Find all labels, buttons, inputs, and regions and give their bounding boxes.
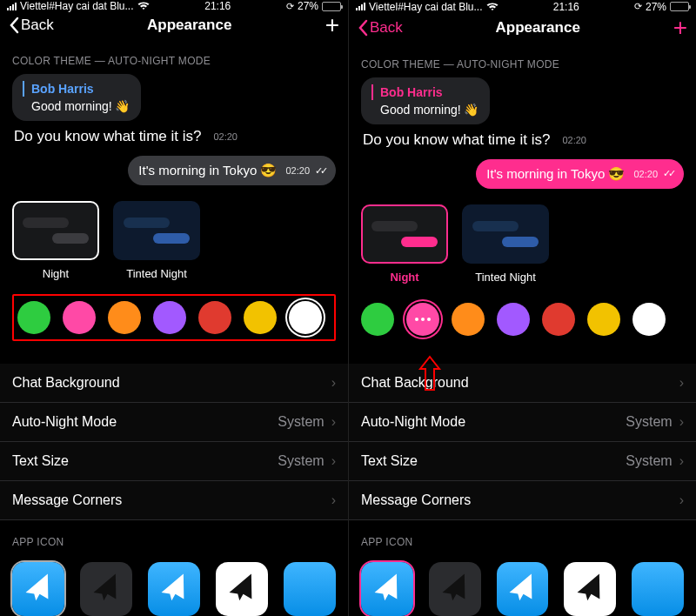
chevron-right-icon: › bbox=[331, 492, 336, 508]
screen-right: Viettel#Hay cai dat Blu... 21:16 ⟳ 27% B… bbox=[348, 0, 696, 616]
orientation-lock-icon: ⟳ bbox=[286, 1, 294, 12]
swatch-purple[interactable] bbox=[153, 301, 186, 334]
swatch-yellow[interactable] bbox=[587, 303, 620, 336]
swatch-area bbox=[349, 289, 696, 357]
orientation-lock-icon: ⟳ bbox=[634, 1, 642, 12]
question-time: 02:20 bbox=[213, 131, 238, 142]
swatch-white[interactable] bbox=[289, 301, 322, 334]
chevron-right-icon: › bbox=[331, 453, 336, 469]
swatch-red[interactable] bbox=[198, 301, 231, 334]
battery-pct: 27% bbox=[646, 1, 666, 13]
read-checks-icon: ✓✓ bbox=[663, 168, 673, 179]
chevron-left-icon bbox=[9, 17, 19, 34]
swatch-green[interactable] bbox=[17, 301, 50, 334]
app-icon-4[interactable] bbox=[564, 562, 616, 616]
carrier-text: Viettel#Hay cai dat Blu... bbox=[20, 0, 134, 12]
chat-preview: Bob Harris Good morning! 👋 Do you know w… bbox=[0, 74, 348, 185]
chevron-right-icon: › bbox=[679, 414, 684, 430]
app-icon-4[interactable] bbox=[216, 562, 268, 616]
app-icon-row bbox=[349, 555, 696, 616]
theme-tinted-label: Tinted Night bbox=[462, 271, 549, 284]
reply-time: 02:20 bbox=[633, 169, 658, 179]
theme-cards: Night Tinted Night bbox=[349, 189, 696, 289]
signal-icon bbox=[356, 3, 365, 10]
cell-auto-night[interactable]: Auto-Night Mode System› bbox=[349, 403, 696, 442]
swatch-red[interactable] bbox=[542, 303, 575, 336]
reply-time: 02:20 bbox=[285, 165, 310, 176]
chevron-right-icon: › bbox=[679, 492, 684, 508]
wifi-icon bbox=[137, 2, 150, 10]
page-title: Appearance bbox=[496, 19, 580, 37]
swatch-purple[interactable] bbox=[497, 303, 530, 336]
app-icon-2[interactable] bbox=[429, 562, 481, 616]
chat-preview: Bob Harris Good morning! 👋 Do you know w… bbox=[349, 77, 696, 189]
wifi-icon bbox=[486, 3, 499, 11]
app-icon-1[interactable] bbox=[361, 562, 413, 616]
chevron-left-icon bbox=[358, 19, 368, 37]
greeting-text: Good morning! 👋 bbox=[23, 98, 130, 114]
cell-text-size[interactable]: Text Size System› bbox=[349, 442, 696, 481]
sender-name: Bob Harris bbox=[23, 81, 130, 97]
add-button[interactable]: + bbox=[325, 13, 339, 37]
reply-text: It's morning in Tokyo 😎 bbox=[138, 163, 277, 178]
back-button[interactable]: Back bbox=[9, 17, 54, 34]
chevron-right-icon: › bbox=[331, 414, 336, 430]
cell-auto-night[interactable]: Auto-Night Mode System› bbox=[0, 403, 348, 442]
swatch-yellow[interactable] bbox=[244, 301, 277, 334]
cell-text-size[interactable]: Text Size System› bbox=[0, 442, 348, 481]
settings-list: Chat Background › Auto-Night Mode System… bbox=[349, 364, 696, 520]
screen-left: Viettel#Hay cai dat Blu... 21:16 ⟳ 27% B… bbox=[0, 0, 348, 616]
question-text: Do you know what time it is? bbox=[363, 131, 550, 149]
swatch-orange[interactable] bbox=[452, 303, 485, 336]
app-icon-row bbox=[0, 555, 348, 616]
app-icon-5[interactable] bbox=[284, 562, 336, 616]
theme-cards: Night Tinted Night bbox=[0, 185, 348, 285]
carrier-text: Viettel#Hay cai dat Blu... bbox=[369, 1, 483, 13]
greeting-text: Good morning! 👋 bbox=[371, 102, 479, 117]
nav-bar: Back Appearance + bbox=[0, 12, 348, 39]
app-icon-3[interactable] bbox=[497, 562, 549, 616]
cell-message-corners[interactable]: Message Corners › bbox=[0, 481, 348, 520]
app-icon-3[interactable] bbox=[148, 562, 200, 616]
clock: 21:16 bbox=[204, 0, 231, 12]
incoming-bubble: Bob Harris Good morning! 👋 bbox=[361, 77, 490, 124]
back-label: Back bbox=[370, 19, 403, 37]
signal-icon bbox=[7, 3, 17, 10]
theme-tinted[interactable]: Tinted Night bbox=[113, 201, 200, 280]
swatch-white[interactable] bbox=[632, 303, 666, 336]
battery-icon bbox=[670, 2, 689, 11]
swatch-green[interactable] bbox=[361, 303, 394, 336]
theme-tinted[interactable]: Tinted Night bbox=[462, 204, 549, 284]
theme-night[interactable]: Night bbox=[12, 201, 99, 280]
swatch-area bbox=[0, 285, 348, 357]
add-button[interactable]: + bbox=[673, 16, 687, 40]
question-time: 02:20 bbox=[562, 135, 586, 145]
cell-message-corners[interactable]: Message Corners › bbox=[349, 481, 696, 520]
clock: 21:16 bbox=[553, 1, 579, 13]
theme-tinted-label: Tinted Night bbox=[113, 267, 200, 280]
section-header-app-icon: APP ICON bbox=[0, 520, 348, 555]
theme-night[interactable]: Night bbox=[361, 204, 448, 284]
swatch-pink-selected[interactable] bbox=[406, 303, 439, 336]
app-icon-2[interactable] bbox=[80, 562, 132, 616]
swatch-pink[interactable] bbox=[63, 301, 96, 334]
app-icon-5[interactable] bbox=[632, 562, 684, 616]
sender-name: Bob Harris bbox=[371, 84, 479, 100]
page-title: Appearance bbox=[147, 17, 231, 34]
battery-pct: 27% bbox=[298, 0, 318, 12]
outgoing-bubble: It's morning in Tokyo 😎 02:20 ✓✓ bbox=[128, 156, 336, 185]
app-icon-1[interactable] bbox=[12, 562, 64, 616]
section-header-app-icon: APP ICON bbox=[349, 520, 696, 555]
reply-text: It's morning in Tokyo 😎 bbox=[486, 166, 625, 182]
incoming-bubble: Bob Harris Good morning! 👋 bbox=[12, 74, 141, 121]
back-button[interactable]: Back bbox=[358, 19, 403, 37]
question-row: Do you know what time it is? 02:20 bbox=[12, 123, 336, 147]
theme-night-label: Night bbox=[12, 267, 99, 280]
cell-chat-background[interactable]: Chat Background › bbox=[349, 364, 696, 403]
cell-chat-background[interactable]: Chat Background › bbox=[0, 364, 348, 403]
back-label: Back bbox=[21, 17, 54, 34]
theme-night-label: Night bbox=[361, 271, 448, 284]
swatch-orange[interactable] bbox=[108, 301, 141, 334]
chevron-right-icon: › bbox=[679, 375, 684, 391]
status-bar: Viettel#Hay cai dat Blu... 21:16 ⟳ 27% bbox=[349, 0, 696, 13]
